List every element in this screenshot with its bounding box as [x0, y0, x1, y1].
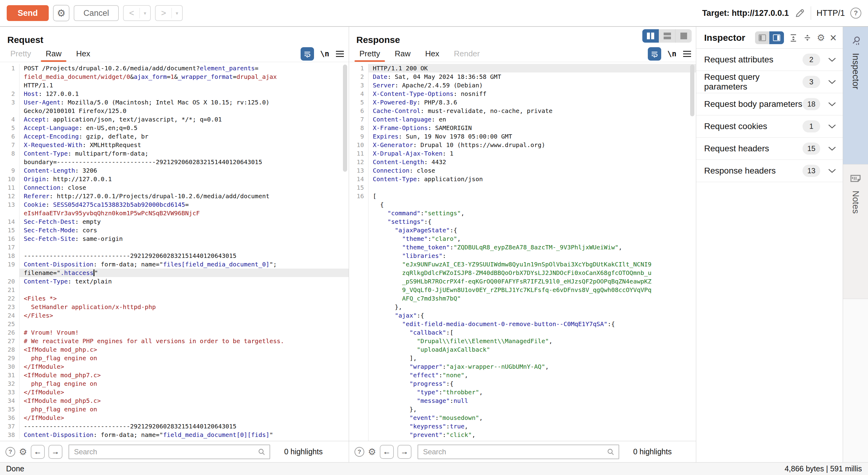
request-search-input[interactable] — [68, 445, 270, 459]
code-line[interactable]: }, — [349, 303, 696, 311]
code-line[interactable]: "type":"throbber", — [349, 388, 696, 397]
code-line[interactable]: 27# We reactivate PHP engines for all ve… — [0, 337, 349, 345]
code-line[interactable]: field_media_document/widget/0&ajax_form=… — [0, 72, 349, 81]
search-help-icon[interactable]: ? — [354, 447, 364, 457]
code-line[interactable]: "settings":{ — [349, 217, 696, 226]
code-line[interactable]: 11Connection: close — [0, 183, 349, 192]
code-line[interactable]: 10X-Generator: Drupal 10 (https://www.dr… — [349, 141, 696, 149]
code-line[interactable]: 7X-Requested-With: XMLHttpRequest — [0, 141, 349, 149]
code-line[interactable]: "event":"mousedown", — [349, 413, 696, 422]
code-line[interactable]: "eJx9UNFuwzAI_CE3-YZ9SUUIWdmw8Qyu1n19nSp… — [349, 260, 696, 268]
dock-right-button[interactable] — [769, 31, 784, 44]
code-line[interactable]: 2Date: Sat, 04 May 2024 18:36:58 GMT — [349, 72, 696, 81]
code-line[interactable]: 8X-Frame-Options: SAMEORIGIN — [349, 124, 696, 132]
code-line[interactable]: 7Content-language: en — [349, 115, 696, 124]
code-line[interactable]: "ajaxPageState":{ — [349, 226, 696, 234]
response-scrollbar[interactable] — [690, 65, 694, 116]
code-line[interactable]: "command":"settings", — [349, 209, 696, 217]
response-search-input[interactable] — [417, 445, 619, 459]
request-editor[interactable]: 1POST /Projects/drupal-10.2.6/media/add/… — [0, 62, 349, 441]
code-line[interactable]: 31<IfModule mod_php7.c> — [0, 371, 349, 379]
code-line[interactable]: "libraries": — [349, 252, 696, 260]
response-tab-render[interactable]: Render — [446, 46, 487, 62]
code-line[interactable]: 29 php_flag engine on — [0, 354, 349, 362]
inspector-settings-gear-icon[interactable]: ⚙ — [817, 32, 825, 43]
edit-target-pencil-icon[interactable] — [794, 8, 805, 19]
code-line[interactable]: 12Content-Length: 4432 — [349, 158, 696, 166]
search-settings-gear-icon[interactable]: ⚙ — [368, 446, 376, 457]
cancel-button[interactable]: Cancel — [74, 5, 119, 21]
code-line[interactable]: eIsHfaaETVr3av95yvbqQhzn0kom1P5wPcNSqB2V… — [0, 209, 349, 217]
request-tab-hex[interactable]: Hex — [69, 46, 97, 62]
code-line[interactable]: { — [349, 200, 696, 209]
help-icon[interactable]: ? — [850, 8, 861, 19]
layout-rows-button[interactable] — [659, 29, 675, 43]
show-newlines-toggle[interactable]: \n — [667, 49, 676, 58]
code-line[interactable]: 1HTTP/1.1 200 OK — [349, 64, 696, 72]
word-wrap-toggle-button[interactable] — [648, 47, 661, 61]
code-line[interactable]: _pS9HLbR7ROcrPX4f-eqKGrOQ00FAFYFsR7IFZL9… — [349, 277, 696, 286]
code-line[interactable]: 6Cache-Control: must-revalidate, no-cach… — [349, 106, 696, 115]
word-wrap-toggle-button[interactable] — [301, 47, 314, 61]
code-line[interactable]: 16Sec-Fetch-Site: same-origin — [0, 234, 349, 243]
code-line[interactable]: ], — [349, 354, 696, 362]
side-tab-inspector[interactable]: Inspector — [843, 27, 868, 164]
code-line[interactable]: 26# Vroum! Vroum! — [0, 328, 349, 337]
send-settings-gear-button[interactable]: ⚙ — [53, 5, 69, 21]
search-next-button[interactable]: → — [49, 445, 62, 459]
code-line[interactable]: HTTP/1.1 — [0, 81, 349, 90]
forward-history-button[interactable]: > ▾ — [155, 5, 183, 21]
code-line[interactable]: 9Content-Length: 3206 — [0, 166, 349, 175]
editor-menu-button[interactable] — [683, 50, 692, 58]
code-line[interactable]: }, — [349, 405, 696, 413]
code-line[interactable]: 22<Files *> — [0, 294, 349, 303]
inspector-section-request-cookies[interactable]: Request cookies1 — [696, 116, 843, 138]
code-line[interactable]: 11X-Drupal-Ajax-Token: 1 — [349, 149, 696, 158]
code-line[interactable]: "message":null — [349, 397, 696, 405]
response-editor[interactable]: 1HTTP/1.1 200 OK2Date: Sat, 04 May 2024 … — [349, 62, 696, 441]
code-line[interactable]: "uploadAjaxCallback" — [349, 345, 696, 354]
code-line[interactable]: 35 php_flag engine on — [0, 405, 349, 413]
send-button[interactable]: Send — [7, 5, 49, 21]
response-tab-hex[interactable]: Hex — [418, 46, 446, 62]
code-line[interactable]: "url" — [349, 439, 696, 441]
code-line[interactable]: AFQ_c7md3shm7bQ" — [349, 294, 696, 303]
back-history-button[interactable]: < ▾ — [123, 5, 151, 21]
code-line[interactable]: 34<IfModule mod_php5.c> — [0, 397, 349, 405]
search-help-icon[interactable]: ? — [5, 447, 15, 457]
code-line[interactable]: 3User-Agent: Mozilla/5.0 (Macintosh; Int… — [0, 98, 349, 106]
code-line[interactable]: Gecko/20100101 Firefox/125.0 — [0, 106, 349, 115]
code-line[interactable]: "prevent":"click", — [349, 431, 696, 439]
expand-all-icon[interactable] — [789, 33, 798, 42]
code-line[interactable]: 17 — [0, 243, 349, 252]
code-line[interactable]: zqRlkgDdlcFWZoISJP8-ZM40dBBQoOrbX7DYsLJ2… — [349, 268, 696, 277]
code-line[interactable]: 10Origin: http://127.0.0.1 — [0, 175, 349, 183]
code-line[interactable]: 37-----------------------------292129206… — [0, 422, 349, 431]
code-line[interactable]: "progress":{ — [349, 379, 696, 388]
code-line[interactable]: 28<IfModule mod_php.c> — [0, 345, 349, 354]
code-line[interactable]: 36</IfModule> — [0, 413, 349, 422]
code-line[interactable]: "theme_token":"ZQDBULqR8_eypZ8eA78_8azcT… — [349, 243, 696, 252]
code-line[interactable]: 15 — [349, 183, 696, 192]
code-line[interactable]: 8Content-Type: multipart/form-data; — [0, 149, 349, 158]
code-line[interactable]: 13Cookie: SESS05d4275ca1538832b5ab92000b… — [0, 200, 349, 209]
code-line[interactable]: boundary=---------------------------2921… — [0, 158, 349, 166]
code-line[interactable]: 14Sec-Fetch-Dest: empty — [0, 217, 349, 226]
request-tab-pretty[interactable]: Pretty — [3, 46, 38, 62]
inspector-section-request-attributes[interactable]: Request attributes2 — [696, 49, 843, 71]
side-tab-notes[interactable]: Notes — [843, 164, 868, 299]
search-next-button[interactable]: → — [398, 445, 411, 459]
code-line[interactable]: 5X-Powered-By: PHP/8.3.6 — [349, 98, 696, 106]
code-line[interactable]: 21 — [0, 286, 349, 294]
code-line[interactable]: 14Content-Type: application/json — [349, 175, 696, 183]
code-line[interactable]: 19Content-Disposition: form-data; name="… — [0, 260, 349, 268]
code-line[interactable]: 4Accept: application/json, text/javascri… — [0, 115, 349, 124]
code-line[interactable]: "edit-field-media-document-0-remove-butt… — [349, 320, 696, 328]
code-line[interactable]: "keypress":true, — [349, 422, 696, 431]
code-line[interactable]: 33</IfModule> — [0, 388, 349, 397]
editor-menu-button[interactable] — [335, 50, 344, 58]
inspector-section-request-body-parameters[interactable]: Request body parameters18 — [696, 93, 843, 116]
show-newlines-toggle[interactable]: \n — [320, 49, 329, 58]
request-scrollbar[interactable] — [343, 65, 347, 172]
request-tab-raw[interactable]: Raw — [38, 46, 69, 62]
